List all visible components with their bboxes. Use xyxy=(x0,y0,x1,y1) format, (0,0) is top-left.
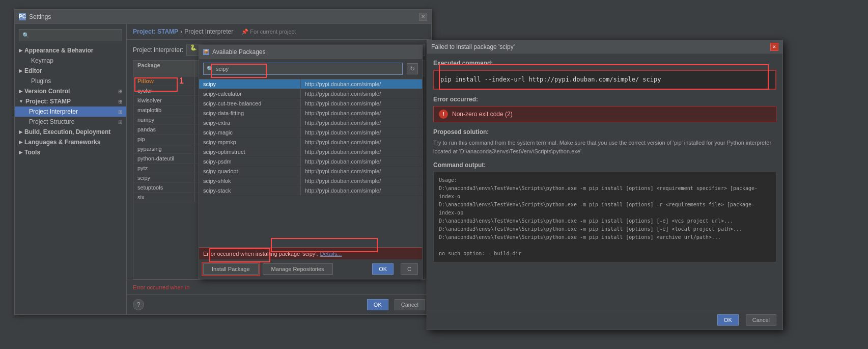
sidebar-search-input[interactable] xyxy=(22,32,119,38)
error-dialog-footer: OK Cancel xyxy=(427,310,782,330)
settings-close-button[interactable]: ✕ xyxy=(419,13,427,21)
package-name: Pillow xyxy=(133,76,194,86)
command-output-label: Command output: xyxy=(433,162,776,169)
package-name: pandas xyxy=(133,125,194,134)
output-line: Usage: xyxy=(439,176,771,184)
output-line: D:\anaconda3\envs\TestVenv\Scripts\pytho… xyxy=(439,184,771,201)
editor-arrow: ▶ xyxy=(19,68,22,73)
list-item[interactable]: scipy-extra http://pypi.douban.com/simpl… xyxy=(199,118,422,128)
pkg-name: scipy-cut-tree-balanced xyxy=(199,99,301,108)
list-item[interactable]: scipy-optimstruct http://pypi.douban.com… xyxy=(199,147,422,157)
sidebar-item-appearance[interactable]: ▶ Appearance & Behavior xyxy=(15,45,126,56)
pkg-name: scipy-quadopt xyxy=(199,167,301,176)
error-details-link[interactable]: Details... xyxy=(320,251,342,257)
error-dialog-close-button[interactable]: ✕ xyxy=(770,43,778,51)
package-name: pip xyxy=(133,135,194,144)
error-cancel-button[interactable]: Cancel xyxy=(746,314,776,326)
package-name: scipy xyxy=(133,173,194,182)
pkg-url: http://pypi.douban.com/simple/ xyxy=(301,118,422,127)
output-line: D:\anaconda3\envs\TestVenv\Scripts\pytho… xyxy=(439,233,771,241)
sidebar-item-build-execution[interactable]: ▶ Build, Execution, Deployment xyxy=(15,127,126,137)
command-output-box: Usage: D:\anaconda3\envs\TestVenv\Script… xyxy=(433,172,776,262)
interpreter-label: Project Interpreter: xyxy=(133,46,183,53)
annotation-label-1: 1 xyxy=(179,76,184,86)
sidebar-item-plugins[interactable]: Plugins xyxy=(15,76,126,86)
list-item[interactable]: scipy-data-fitting http://pypi.douban.co… xyxy=(199,109,422,118)
settings-bottom-bar: Error occurred when in xyxy=(127,280,431,294)
command-box: pip install --index-url http://pypi.doub… xyxy=(433,70,776,90)
package-name: pytz xyxy=(133,164,194,173)
list-item[interactable]: scipy-magic http://pypi.douban.com/simpl… xyxy=(199,128,422,138)
settings-title-text: Settings xyxy=(29,13,419,20)
package-name: matplotlib xyxy=(133,105,194,115)
sidebar-search-container[interactable] xyxy=(19,29,122,41)
pkg-name: scipy-magic xyxy=(199,128,301,137)
packages-list: scipy http://pypi.douban.com/simple/ sci… xyxy=(199,79,422,248)
package-name: pyparsing xyxy=(133,144,194,153)
help-button[interactable]: ? xyxy=(133,299,144,310)
pkg-url: http://pypi.douban.com/simple/ xyxy=(301,147,422,156)
error-dialog-titlebar: Failed to install package 'scipy' ✕ xyxy=(427,40,782,53)
error-dialog: Failed to install package 'scipy' ✕ Exec… xyxy=(427,40,783,330)
list-item[interactable]: scipy-cut-tree-balanced http://pypi.doub… xyxy=(199,99,422,109)
install-package-button[interactable]: Install Package xyxy=(203,263,259,275)
sidebar-item-editor[interactable]: ▶ Editor xyxy=(15,66,126,76)
sidebar-item-tools[interactable]: ▶ Tools xyxy=(15,147,126,157)
sidebar: ▶ Appearance & Behavior Keymap ▶ Editor … xyxy=(15,24,127,314)
dialog-error-text: Error occurred when installing package '… xyxy=(203,251,318,257)
list-item[interactable]: scipy-shlok http://pypi.douban.com/simpl… xyxy=(199,176,422,186)
list-item[interactable]: scipy-mpmkp http://pypi.douban.com/simpl… xyxy=(199,138,422,147)
avail-ok-button[interactable]: OK xyxy=(372,263,394,275)
sidebar-item-keymap[interactable]: Keymap xyxy=(15,56,126,66)
package-name: kiwisolver xyxy=(133,96,194,105)
list-item[interactable]: scipy-quadopt http://pypi.douban.com/sim… xyxy=(199,167,422,176)
pkg-name: scipy-shlok xyxy=(199,176,301,185)
error-code-box: ! Non-zero exit code (2) xyxy=(433,106,776,122)
breadcrumb-separator: › xyxy=(180,28,182,35)
output-line xyxy=(439,241,771,250)
pkg-name: scipy-stack xyxy=(199,186,301,195)
sidebar-item-languages-frameworks[interactable]: ▶ Languages & Frameworks xyxy=(15,137,126,147)
proposed-label: Proposed solution: xyxy=(433,128,776,136)
proposed-text: Try to run this command from the system … xyxy=(433,139,776,155)
list-item[interactable]: scipy-calculator http://pypi.douban.com/… xyxy=(199,89,422,99)
package-name: six xyxy=(133,193,194,202)
executed-command-label: Executed command: xyxy=(433,60,776,67)
sidebar-item-version-control[interactable]: ▶ Version Control ⊞ xyxy=(15,86,126,96)
settings-cancel-button[interactable]: Cancel xyxy=(395,299,425,310)
output-line: D:\anaconda3\envs\TestVenv\Scripts\pytho… xyxy=(439,225,771,233)
search-icon: 🔍 xyxy=(207,66,214,72)
pkg-url: http://pypi.douban.com/simple/ xyxy=(301,138,422,147)
pkg-url: http://pypi.douban.com/simple/ xyxy=(301,109,422,118)
settings-ok-button[interactable]: OK xyxy=(367,299,388,310)
error-ok-button[interactable]: OK xyxy=(717,314,739,326)
sidebar-item-project-stamp[interactable]: ▼ Project: STAMP ⊞ xyxy=(15,96,126,106)
avail-packages-titlebar: 📦 Available Packages xyxy=(199,45,422,59)
settings-footer: ? OK Cancel xyxy=(127,294,431,314)
package-name: setuptools xyxy=(133,183,194,192)
sidebar-item-project-structure[interactable]: Project Structure ⊞ xyxy=(15,117,126,127)
sidebar-item-project-interpreter[interactable]: Project Interpreter ⊞ xyxy=(15,106,126,117)
dialog-error-bar: Error occurred when installing package '… xyxy=(199,248,422,259)
pkg-name: scipy-data-fitting xyxy=(199,109,301,118)
breadcrumb-current: Project Interpreter xyxy=(184,28,233,35)
pkg-name: scipy-extra xyxy=(199,118,301,127)
pkg-url: http://pypi.douban.com/simple/ xyxy=(301,128,422,137)
avail-packages-icon: 📦 xyxy=(203,49,209,55)
appearance-arrow: ▶ xyxy=(19,48,22,53)
list-item[interactable]: scipy-stack http://pypi.douban.com/simpl… xyxy=(199,186,422,196)
build-execution-arrow: ▶ xyxy=(19,129,22,135)
list-item[interactable]: scipy http://pypi.douban.com/simple/ xyxy=(199,79,422,89)
avail-packages-search-input[interactable] xyxy=(216,66,399,72)
refresh-button[interactable]: ↻ xyxy=(407,63,418,74)
pkg-name: scipy xyxy=(199,79,301,89)
settings-titlebar: PC Settings ✕ xyxy=(15,10,431,24)
manage-repositories-button[interactable]: Manage Repositories xyxy=(263,263,333,275)
pkg-url: http://pypi.douban.com/simple/ xyxy=(301,89,422,98)
list-item[interactable]: scipy-psdm http://pypi.douban.com/simple… xyxy=(199,157,422,167)
breadcrumb-project: Project: STAMP xyxy=(133,28,178,35)
avail-packages-search-container[interactable]: 🔍 xyxy=(203,63,403,75)
col-package-header: Package xyxy=(133,61,194,76)
avail-cancel-button[interactable]: C xyxy=(401,263,418,275)
error-dialog-body: Executed command: pip install --index-ur… xyxy=(427,53,782,310)
